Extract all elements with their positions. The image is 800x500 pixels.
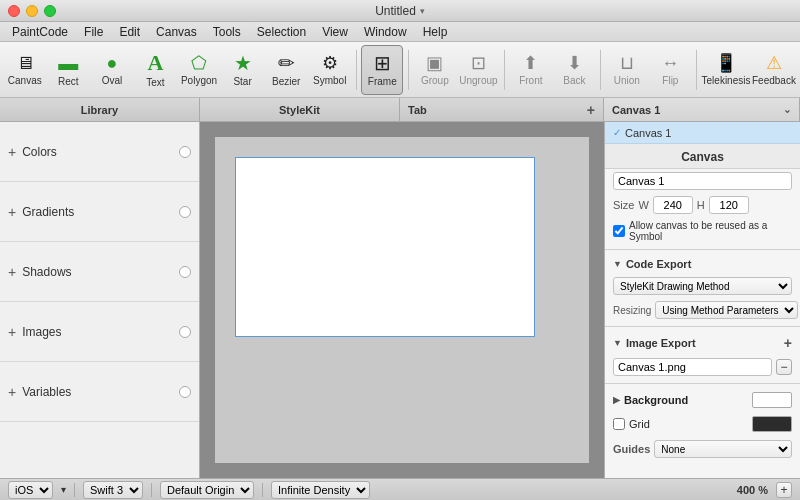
zoom-level: 400 % — [737, 484, 768, 496]
title-text: Untitled — [375, 4, 416, 18]
stylekit-tab[interactable]: StyleKit — [200, 98, 400, 121]
tool-polygon[interactable]: ⬠ Polygon — [178, 45, 220, 95]
tool-feedback-label: Feedback — [752, 75, 796, 86]
menu-help[interactable]: Help — [415, 22, 456, 41]
tool-frame[interactable]: ⊞ Frame — [361, 45, 403, 95]
tool-text[interactable]: A Text — [135, 45, 177, 95]
gradients-label: Gradients — [22, 205, 74, 219]
background-color-swatch[interactable] — [752, 392, 792, 408]
gradients-radio[interactable] — [179, 206, 191, 218]
maximize-button[interactable] — [44, 5, 56, 17]
canvas-name-input[interactable] — [613, 172, 792, 190]
tool-rect[interactable]: ▬ Rect — [48, 45, 90, 95]
tool-oval[interactable]: ● Oval — [91, 45, 133, 95]
zoom-plus-button[interactable]: + — [776, 482, 792, 498]
add-tab-button[interactable]: + — [587, 102, 595, 118]
menu-canvas[interactable]: Canvas — [148, 22, 205, 41]
title-dropdown-icon[interactable]: ▾ — [420, 6, 425, 16]
colors-add-button[interactable]: + — [8, 144, 16, 160]
tool-group[interactable]: ▣ Group — [414, 45, 456, 95]
divider-3 — [605, 383, 800, 384]
background-triangle[interactable]: ▶ — [613, 395, 620, 405]
width-input[interactable] — [653, 196, 693, 214]
status-divider-2 — [151, 483, 152, 497]
text-icon: A — [148, 52, 164, 74]
tool-front[interactable]: ⬆ Front — [510, 45, 552, 95]
canvas-area[interactable] — [200, 122, 604, 478]
tool-canvas[interactable]: 🖥 Canvas — [4, 45, 46, 95]
menu-view[interactable]: View — [314, 22, 356, 41]
platform-select[interactable]: iOS — [8, 481, 53, 499]
shadows-radio[interactable] — [179, 266, 191, 278]
gradients-add-button[interactable]: + — [8, 204, 16, 220]
menu-edit[interactable]: Edit — [111, 22, 148, 41]
tool-bezier[interactable]: ✏ Bezier — [265, 45, 307, 95]
library-tab[interactable]: Library — [0, 98, 200, 121]
tool-telekinesis[interactable]: 📱 Telekinesis — [702, 45, 750, 95]
tool-rect-label: Rect — [58, 76, 79, 87]
width-label: W — [638, 199, 648, 211]
tool-symbol[interactable]: ⚙ Symbol — [309, 45, 351, 95]
grid-color-swatch[interactable] — [752, 416, 792, 432]
canvas1-tab[interactable]: Canvas 1 ⌄ — [604, 98, 800, 121]
status-divider-1 — [74, 483, 75, 497]
canvas-section-title: Canvas — [605, 144, 800, 169]
density-select[interactable]: Infinite Density — [271, 481, 370, 499]
code-export-header[interactable]: ▼ Code Export — [605, 254, 800, 274]
guides-label: Guides — [613, 443, 650, 455]
images-add-button[interactable]: + — [8, 324, 16, 340]
variables-add-button[interactable]: + — [8, 384, 16, 400]
shadows-label: Shadows — [22, 265, 71, 279]
tool-telekinesis-label: Telekinesis — [702, 75, 751, 86]
resizing-select[interactable]: Using Method Parameters — [655, 301, 798, 319]
image-export-minus-button[interactable]: − — [776, 359, 792, 375]
variables-radio[interactable] — [179, 386, 191, 398]
image-export-plus-icon[interactable]: + — [784, 335, 792, 351]
tool-star[interactable]: ★ Star — [222, 45, 264, 95]
guides-row: Guides None — [605, 436, 800, 462]
menu-bar: PaintCode File Edit Canvas Tools Selecti… — [0, 22, 800, 42]
canvas-tree-item[interactable]: ✓ Canvas 1 — [605, 122, 800, 144]
images-radio[interactable] — [179, 326, 191, 338]
tab-section: Tab + — [400, 98, 604, 121]
menu-file[interactable]: File — [76, 22, 111, 41]
menu-window[interactable]: Window — [356, 22, 415, 41]
code-export-triangle: ▼ — [613, 259, 622, 269]
shadows-add-button[interactable]: + — [8, 264, 16, 280]
grid-checkbox[interactable] — [613, 418, 625, 430]
canvas-tree-label: Canvas 1 — [625, 127, 671, 139]
status-divider-3 — [262, 483, 263, 497]
main-layout: + Colors + Gradients + Shadows + Images — [0, 122, 800, 478]
swift-select[interactable]: Swift 3 — [83, 481, 143, 499]
menu-selection[interactable]: Selection — [249, 22, 314, 41]
height-input[interactable] — [709, 196, 749, 214]
origin-select[interactable]: Default Origin — [160, 481, 254, 499]
tool-flip[interactable]: ↔ Flip — [650, 45, 692, 95]
image-export-filename[interactable] — [613, 358, 772, 376]
divider-2 — [605, 326, 800, 327]
close-button[interactable] — [8, 5, 20, 17]
toolbar-separator-1 — [356, 50, 357, 90]
tool-flip-label: Flip — [662, 75, 678, 86]
image-export-header[interactable]: ▼ Image Export + — [605, 331, 800, 355]
code-export-select[interactable]: StyleKit Drawing Method — [613, 277, 792, 295]
minimize-button[interactable] — [26, 5, 38, 17]
tool-ungroup[interactable]: ⊡ Ungroup — [458, 45, 500, 95]
canvas-name-field — [605, 169, 800, 193]
union-icon: ⊔ — [620, 54, 634, 72]
tool-back[interactable]: ⬇ Back — [554, 45, 596, 95]
guides-select[interactable]: None — [654, 440, 792, 458]
divider-1 — [605, 249, 800, 250]
colors-radio[interactable] — [179, 146, 191, 158]
menu-paintcode[interactable]: PaintCode — [4, 22, 76, 41]
sidebar-colors-row: + Colors — [0, 122, 199, 182]
height-label: H — [697, 199, 705, 211]
toolbar-separator-4 — [600, 50, 601, 90]
menu-tools[interactable]: Tools — [205, 22, 249, 41]
reusable-label: Allow canvas to be reused as a Symbol — [629, 220, 792, 242]
tool-union[interactable]: ⊔ Union — [606, 45, 648, 95]
star-icon: ★ — [234, 53, 252, 73]
reusable-checkbox[interactable] — [613, 225, 625, 237]
canvas-white[interactable] — [235, 157, 535, 337]
tool-feedback[interactable]: ⚠ Feedback — [752, 45, 796, 95]
